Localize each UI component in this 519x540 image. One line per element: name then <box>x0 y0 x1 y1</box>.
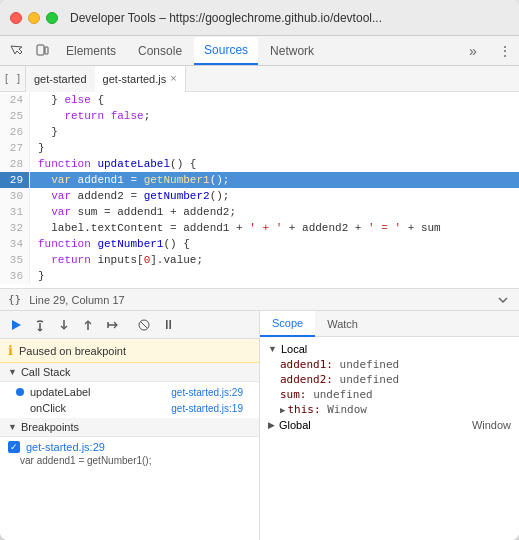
blackbox-button[interactable] <box>134 315 154 335</box>
right-panel: Scope Watch ▼ Local addend1: undefined a… <box>260 311 519 540</box>
file-tab-label: get-started.js <box>103 73 167 85</box>
call-stack-header[interactable]: ▼ Call Stack <box>0 363 259 382</box>
stack-item-file: get-started.js:29 <box>171 387 243 398</box>
device-icon[interactable] <box>30 39 54 63</box>
scope-global-icon: ▶ <box>268 420 275 430</box>
svg-rect-1 <box>45 47 48 54</box>
code-line-28: 28 function updateLabel() { <box>0 156 519 172</box>
file-tabs: [ ] get-started get-started.js × <box>0 66 519 92</box>
menu-button[interactable]: ⋮ <box>495 41 515 61</box>
breakpoints-toggle-icon: ▼ <box>8 422 17 432</box>
stack-item-0[interactable]: updateLabel get-started.js:29 <box>0 384 259 400</box>
devtools-window: Developer Tools – https://googlechrome.g… <box>0 0 519 540</box>
main-content: 24 } else { 25 return false; 26 } 27 } 2 <box>0 92 519 310</box>
breakpoint-file: get-started.js:29 <box>26 441 105 453</box>
stack-item-file: get-started.js:19 <box>171 403 243 414</box>
scope-content: ▼ Local addend1: undefined addend2: unde… <box>260 337 519 540</box>
scope-global-label: Global <box>279 419 311 431</box>
devtools-tab-bar: Elements Console Sources Network » ⋮ <box>0 36 519 66</box>
fullscreen-button[interactable] <box>46 12 58 24</box>
code-editor: 24 } else { 25 return false; 26 } 27 } 2 <box>0 92 519 310</box>
svg-marker-2 <box>12 320 21 330</box>
code-line-32: 32 label.textContent = addend1 + ' + ' +… <box>0 220 519 236</box>
step-button[interactable] <box>102 315 122 335</box>
file-tab-label: get-started <box>34 73 87 85</box>
tab-watch[interactable]: Watch <box>315 311 370 337</box>
code-line-34: 34 function getNumber1() { <box>0 236 519 252</box>
more-tabs-button[interactable]: » <box>463 41 483 61</box>
breakpoint-code: var addend1 = getNumber1(); <box>0 455 259 466</box>
tab-elements[interactable]: Elements <box>56 37 126 65</box>
resume-button[interactable] <box>6 315 26 335</box>
stack-item-name: updateLabel <box>30 386 165 398</box>
inspect-icon[interactable] <box>4 39 28 63</box>
call-stack-toggle-icon: ▼ <box>8 367 17 377</box>
status-bar: {} Line 29, Column 17 <box>0 288 519 310</box>
code-area[interactable]: 24 } else { 25 return false; 26 } 27 } 2 <box>0 92 519 288</box>
scope-tabs: Scope Watch <box>260 311 519 337</box>
code-line-26: 26 } <box>0 124 519 140</box>
pause-banner: ℹ Paused on breakpoint <box>0 339 259 363</box>
code-line-27: 27 } <box>0 140 519 156</box>
file-tab-get-started[interactable]: get-started <box>26 66 95 92</box>
window-title: Developer Tools – https://googlechrome.g… <box>70 11 509 25</box>
breakpoint-item-0[interactable]: ✓ get-started.js:29 <box>0 439 259 455</box>
left-panel: ⏸ ℹ Paused on breakpoint ▼ Call Stack up… <box>0 311 260 540</box>
file-tab-close-icon[interactable]: × <box>170 73 176 84</box>
stack-item-1[interactable]: onClick get-started.js:19 <box>0 400 259 416</box>
code-line-35: 35 return inputs[0].value; <box>0 252 519 268</box>
tab-sources[interactable]: Sources <box>194 37 258 65</box>
debug-toolbar: ⏸ <box>0 311 259 339</box>
call-stack-content: updateLabel get-started.js:29 onClick ge… <box>0 382 259 418</box>
stack-item-name: onClick <box>30 402 165 414</box>
call-stack-label: Call Stack <box>21 366 71 378</box>
scope-var-sum: sum: undefined <box>260 387 519 402</box>
scope-local-label: Local <box>281 343 307 355</box>
stack-item-dot <box>16 404 24 412</box>
pause-exceptions-button[interactable]: ⏸ <box>158 315 178 335</box>
code-line-24: 24 } else { <box>0 92 519 108</box>
code-line-29: 29 var addend1 = getNumber1(); <box>0 172 519 188</box>
tab-console[interactable]: Console <box>128 37 192 65</box>
minimize-button[interactable] <box>28 12 40 24</box>
code-line-36: 36 } <box>0 268 519 284</box>
code-line-30: 30 var addend2 = getNumber2(); <box>0 188 519 204</box>
breakpoints-content: ✓ get-started.js:29 var addend1 = getNum… <box>0 437 259 468</box>
close-button[interactable] <box>10 12 22 24</box>
pause-text: Paused on breakpoint <box>19 345 126 357</box>
file-tab-get-started-js[interactable]: get-started.js × <box>95 66 186 92</box>
status-expand-icon[interactable] <box>495 292 511 308</box>
scope-local-header[interactable]: ▼ Local <box>260 341 519 357</box>
step-into-button[interactable] <box>54 315 74 335</box>
sidebar-toggle[interactable]: [ ] <box>0 66 26 92</box>
svg-rect-0 <box>37 45 44 55</box>
status-position: Line 29, Column 17 <box>29 294 124 306</box>
breakpoints-label: Breakpoints <box>21 421 79 433</box>
sidebar-toggle-icon: [ ] <box>3 73 21 84</box>
stack-item-dot <box>16 388 24 396</box>
status-text: {} <box>8 293 21 306</box>
scope-global-header[interactable]: ▶ Global Window <box>260 417 519 433</box>
svg-line-5 <box>141 322 147 328</box>
pause-info-icon: ℹ <box>8 343 13 358</box>
step-out-button[interactable] <box>78 315 98 335</box>
title-bar: Developer Tools – https://googlechrome.g… <box>0 0 519 36</box>
scope-var-this[interactable]: ▶this: Window <box>260 402 519 417</box>
breakpoints-header[interactable]: ▼ Breakpoints <box>0 418 259 437</box>
scope-var-addend1: addend1: undefined <box>260 357 519 372</box>
tab-network[interactable]: Network <box>260 37 324 65</box>
scope-global-value: Window <box>472 419 511 431</box>
bottom-panel: ⏸ ℹ Paused on breakpoint ▼ Call Stack up… <box>0 310 519 540</box>
scope-var-addend2: addend2: undefined <box>260 372 519 387</box>
code-line-31: 31 var sum = addend1 + addend2; <box>0 204 519 220</box>
code-line-25: 25 return false; <box>0 108 519 124</box>
scope-local-icon: ▼ <box>268 344 277 354</box>
breakpoint-checkbox[interactable]: ✓ <box>8 441 20 453</box>
step-over-button[interactable] <box>30 315 50 335</box>
tab-scope[interactable]: Scope <box>260 311 315 337</box>
traffic-lights <box>10 12 58 24</box>
